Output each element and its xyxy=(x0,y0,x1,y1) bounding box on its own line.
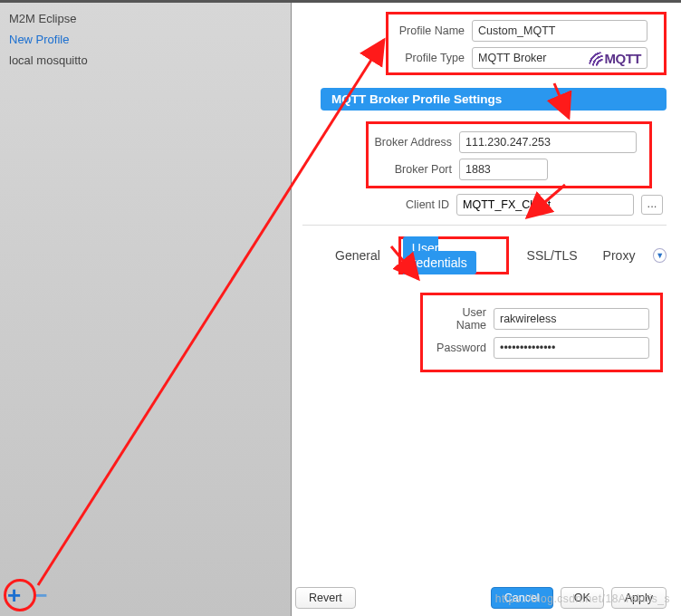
annotation-box-tab: User Credentials xyxy=(398,236,509,274)
broker-port-input[interactable] xyxy=(459,159,548,180)
generate-client-id-button[interactable]: ... xyxy=(641,195,663,215)
tab-user-credentials[interactable]: User Credentials xyxy=(403,236,476,274)
revert-button[interactable]: Revert xyxy=(295,587,356,609)
broker-settings-block: Broker Address Broker Port xyxy=(366,121,652,188)
add-profile-icon[interactable]: + xyxy=(7,583,21,607)
broker-settings-header: MQTT Broker Profile Settings xyxy=(321,88,667,111)
dialog-footer: Revert Cancel OK Apply xyxy=(292,587,667,609)
tab-proxy[interactable]: Proxy xyxy=(596,245,643,266)
ok-button[interactable]: OK xyxy=(561,587,604,609)
broker-address-label: Broker Address xyxy=(374,136,452,149)
sidebar-item-new-profile[interactable]: New Profile xyxy=(0,29,291,50)
sidebar-item-local-mosquitto[interactable]: local mosquitto xyxy=(0,50,291,71)
settings-tabs: General User Credentials SSL/TLS Proxy ▼ xyxy=(328,236,667,274)
cancel-button[interactable]: Cancel xyxy=(491,587,553,609)
remove-profile-icon[interactable]: − xyxy=(34,583,47,607)
client-id-input[interactable] xyxy=(456,194,634,216)
profile-name-label: Profile Name xyxy=(394,24,465,37)
password-label: Password xyxy=(430,342,486,354)
username-input[interactable] xyxy=(494,308,649,330)
profile-header-block: Profile Name Profile Type MQTT Broker MQ… xyxy=(386,12,667,75)
tab-general[interactable]: General xyxy=(328,245,388,266)
client-id-label: Client ID xyxy=(366,198,449,211)
credentials-block: User Name Password xyxy=(420,293,663,372)
profile-list-sidebar: M2M Eclipse New Profile local mosquitto … xyxy=(0,3,292,616)
client-id-row: Client ID ... xyxy=(366,194,667,216)
username-label: User Name xyxy=(430,306,486,332)
main-panel: Profile Name Profile Type MQTT Broker MQ… xyxy=(292,3,681,616)
mqtt-logo-icon: MQTT xyxy=(587,50,642,66)
broker-address-input[interactable] xyxy=(459,131,637,153)
password-input[interactable] xyxy=(494,337,649,359)
tabs-overflow-icon[interactable]: ▼ xyxy=(653,248,667,263)
sidebar-item-m2m-eclipse[interactable]: M2M Eclipse xyxy=(0,8,291,29)
broker-port-label: Broker Port xyxy=(374,163,452,176)
profile-type-value: MQTT Broker xyxy=(478,52,546,64)
apply-button[interactable]: Apply xyxy=(611,587,667,609)
divider xyxy=(302,225,667,226)
profile-type-select[interactable]: MQTT Broker MQTT xyxy=(472,47,647,69)
profile-type-label: Profile Type xyxy=(394,52,465,64)
tab-ssl-tls[interactable]: SSL/TLS xyxy=(520,245,585,266)
profile-name-input[interactable] xyxy=(472,20,647,42)
